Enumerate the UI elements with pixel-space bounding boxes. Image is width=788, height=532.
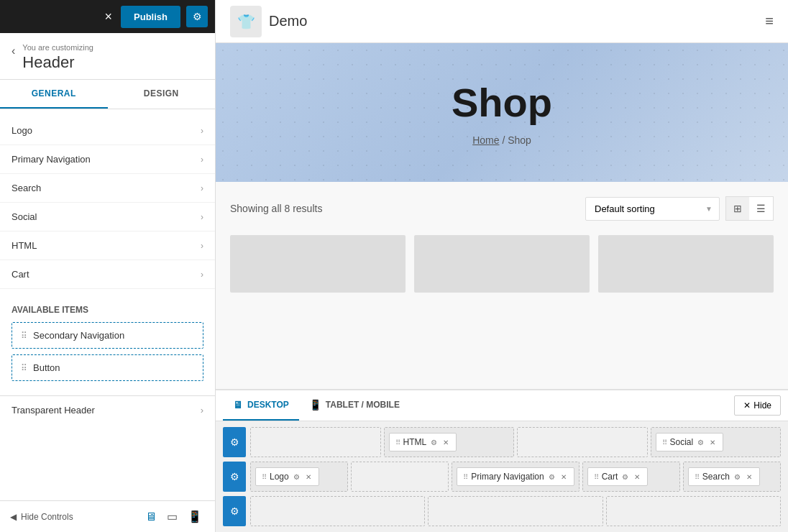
- transparent-header-label: Transparent Header: [12, 405, 95, 416]
- breadcrumb-separator: / Shop: [502, 134, 531, 146]
- row-cols: ⠿ Logo ⚙ ✕ ⠿ Primary Navigation ⚙ ✕: [250, 462, 781, 492]
- drag-handle-icon: ⠿: [695, 473, 700, 481]
- builder-section: 🖥 DESKTOP 📱 TABLET / MOBILE ✕ Hide ⚙: [216, 389, 788, 532]
- builder-tab-desktop[interactable]: 🖥 DESKTOP: [223, 390, 299, 421]
- shop-toolbar: Showing all 8 results Default sorting So…: [230, 196, 774, 221]
- row-col: [428, 496, 603, 526]
- available-items-section: Available Items ⠿ Secondary Navigation ⠿…: [0, 296, 215, 395]
- back-button[interactable]: ‹: [12, 45, 15, 58]
- widget-logo-close-button[interactable]: ✕: [304, 473, 313, 481]
- chevron-right-icon: ›: [201, 405, 203, 416]
- widget-primary-nav-close-button[interactable]: ✕: [559, 473, 568, 481]
- sort-select-wrapper: Default sorting Sort by popularity Sort …: [585, 197, 720, 221]
- chevron-right-icon: ›: [201, 270, 203, 280]
- view-buttons: ⊞ ☰: [725, 196, 774, 221]
- widget-cart-settings-button[interactable]: ⚙: [620, 473, 630, 481]
- right-panel: 👕 Demo ≡ Shop Home / Shop Showing all 8 …: [216, 0, 788, 532]
- menu-item-logo-label: Logo: [12, 125, 32, 136]
- widget-html-close-button[interactable]: ✕: [441, 439, 450, 446]
- widget-logo-label: Logo: [270, 472, 289, 482]
- product-card: [598, 235, 774, 293]
- row-col: [351, 462, 449, 492]
- tablet-device-button[interactable]: ▭: [164, 508, 180, 525]
- menu-item-search[interactable]: Search ›: [0, 174, 215, 203]
- widget-cart-close-button[interactable]: ✕: [633, 473, 641, 481]
- settings-button[interactable]: ⚙: [186, 6, 208, 27]
- menu-item-social-label: Social: [12, 211, 37, 222]
- menu-items-list: Logo › Primary Navigation › Search › Soc…: [0, 109, 215, 296]
- builder-tab-tablet-mobile-label: TABLET / MOBILE: [326, 400, 400, 410]
- chevron-right-icon: ›: [201, 241, 203, 251]
- top-bar: × Publish ⚙: [0, 0, 215, 33]
- publish-button[interactable]: Publish: [121, 6, 180, 28]
- hide-controls-button[interactable]: ◀ Hide Controls: [10, 512, 73, 522]
- back-arrow-icon: ◀: [10, 512, 17, 522]
- grid-view-button[interactable]: ⊞: [726, 197, 749, 220]
- row-settings-button[interactable]: ⚙: [223, 496, 246, 526]
- builder-rows: ⚙ ⠿ HTML ⚙ ✕ ⠿: [216, 421, 788, 532]
- widget-html-settings-button[interactable]: ⚙: [429, 439, 439, 446]
- chevron-right-icon: ›: [201, 212, 203, 222]
- hero-title: Shop: [230, 79, 774, 126]
- tab-design[interactable]: DESIGN: [108, 80, 216, 109]
- breadcrumb: Home / Shop: [230, 134, 774, 146]
- preview-header: 👕 Demo ≡: [216, 0, 788, 43]
- widget-social: ⠿ Social ⚙ ✕: [656, 433, 724, 451]
- row-col: [250, 427, 381, 457]
- builder-tabs: 🖥 DESKTOP 📱 TABLET / MOBILE ✕ Hide: [216, 390, 788, 421]
- menu-item-primary-nav[interactable]: Primary Navigation ›: [0, 145, 215, 174]
- menu-item-html-label: HTML: [12, 240, 37, 251]
- close-button[interactable]: ×: [102, 6, 116, 27]
- widget-search-close-button[interactable]: ✕: [745, 473, 753, 481]
- hamburger-icon[interactable]: ≡: [765, 13, 774, 29]
- widget-primary-nav-settings-button[interactable]: ⚙: [547, 473, 556, 481]
- hide-label: Hide: [753, 400, 771, 411]
- widget-html-label: HTML: [403, 437, 427, 447]
- results-count: Showing all 8 results: [230, 203, 322, 214]
- breadcrumb-home-link[interactable]: Home: [472, 134, 499, 146]
- customizing-section: ‹ You are customizing Header: [0, 33, 215, 80]
- list-view-button[interactable]: ☰: [749, 197, 773, 220]
- mobile-device-button[interactable]: 📱: [185, 508, 205, 525]
- drag-handle-icon: ⠿: [21, 331, 27, 341]
- row-col: ⠿ Social ⚙ ✕: [651, 427, 782, 457]
- tablet-icon: 📱: [309, 399, 321, 411]
- widget-search: ⠿ Search ⚙ ✕: [688, 467, 760, 486]
- hide-x-icon: ✕: [743, 400, 751, 411]
- widget-html: ⠿ HTML ⚙ ✕: [389, 433, 457, 451]
- sort-select[interactable]: Default sorting Sort by popularity Sort …: [585, 197, 720, 221]
- desktop-icon: 🖥: [233, 399, 243, 411]
- row-col: ⠿ Cart ⚙ ✕: [582, 462, 680, 492]
- drag-handle-icon: ⠿: [662, 439, 667, 446]
- drag-item-button[interactable]: ⠿ Button: [12, 354, 203, 381]
- row-settings-button[interactable]: ⚙: [223, 462, 246, 492]
- drag-item-secondary-nav[interactable]: ⠿ Secondary Navigation: [12, 322, 203, 349]
- product-card: [414, 235, 590, 293]
- hide-button[interactable]: ✕ Hide: [734, 395, 781, 416]
- drag-handle-icon: ⠿: [21, 363, 27, 373]
- widget-search-settings-button[interactable]: ⚙: [733, 473, 742, 481]
- widget-social-settings-button[interactable]: ⚙: [696, 439, 705, 446]
- menu-item-html[interactable]: HTML ›: [0, 231, 215, 260]
- widget-logo-settings-button[interactable]: ⚙: [292, 473, 301, 481]
- menu-item-primary-nav-label: Primary Navigation: [12, 154, 91, 165]
- tab-general[interactable]: GENERAL: [0, 80, 108, 109]
- transparent-header-item[interactable]: Transparent Header ›: [0, 395, 215, 424]
- menu-item-cart[interactable]: Cart ›: [0, 260, 215, 289]
- widget-social-label: Social: [670, 437, 694, 447]
- menu-item-cart-label: Cart: [12, 269, 29, 280]
- menu-item-social[interactable]: Social ›: [0, 203, 215, 231]
- widget-social-close-button[interactable]: ✕: [708, 439, 717, 446]
- drag-handle-icon: ⠿: [463, 473, 468, 481]
- drag-item-secondary-nav-label: Secondary Navigation: [33, 330, 124, 341]
- row-col: [517, 427, 648, 457]
- row-settings-button[interactable]: ⚙: [223, 427, 246, 457]
- menu-item-search-label: Search: [12, 183, 41, 193]
- menu-item-logo[interactable]: Logo ›: [0, 116, 215, 145]
- builder-tab-desktop-label: DESKTOP: [247, 400, 289, 410]
- desktop-device-button[interactable]: 🖥: [142, 508, 160, 525]
- builder-tab-tablet-mobile[interactable]: 📱 TABLET / MOBILE: [299, 390, 410, 421]
- shop-content: Showing all 8 results Default sorting So…: [216, 182, 788, 389]
- widget-primary-nav-label: Primary Navigation: [471, 472, 544, 482]
- widget-cart-label: Cart: [602, 472, 618, 482]
